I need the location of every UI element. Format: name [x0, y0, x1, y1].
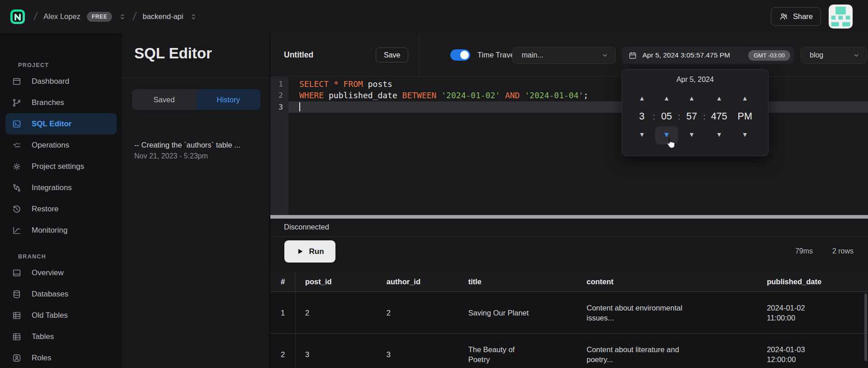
table-cell: Saving Our Planet — [459, 292, 577, 333]
sidebar-item-sql-editor[interactable]: SQL Editor — [5, 113, 117, 134]
org-switcher-chevrons-icon[interactable] — [118, 13, 127, 21]
decrement-millisecond-button[interactable]: ▼ — [707, 127, 732, 143]
sidebar-section-branch: BRANCHOverviewDatabasesOld TablesTablesR… — [0, 241, 121, 368]
sql-text — [520, 90, 525, 101]
sidebar-item-project-settings[interactable]: Project settings — [5, 156, 117, 177]
sql-text: posts — [363, 78, 392, 90]
column-header-author-id: author_id — [377, 272, 459, 292]
sql-keyword: SELECT — [299, 78, 329, 90]
table-header-row: #post_idauthor_idtitlecontentpublished_d… — [270, 272, 868, 292]
decrement-minute-button[interactable]: ▼ — [655, 126, 679, 144]
divider — [122, 78, 269, 78]
sidebar-item-monitoring[interactable]: Monitoring — [5, 220, 117, 241]
table-cell: 2024-01-03 12:00:00 — [757, 334, 868, 368]
branches-icon — [12, 98, 22, 108]
text-caret — [299, 102, 300, 111]
sidebar-item-integrations[interactable]: Integrations — [5, 177, 117, 198]
sidebar-item-label: Roles — [32, 354, 51, 363]
branch-select-value: main... — [522, 51, 543, 59]
sidebar-item-databases[interactable]: Databases — [5, 283, 117, 305]
history-list-item[interactable]: -- Creating the `authors` table ...Nov 2… — [134, 141, 257, 160]
time-column-second: ▲57▼ — [681, 91, 702, 144]
sidebar-section-project: PROJECTDashboardBranchesSQL EditorOperat… — [0, 33, 121, 241]
increment-second-button[interactable]: ▲ — [681, 91, 702, 106]
sidebar-item-label: Tables — [32, 332, 54, 341]
increment-hour-button[interactable]: ▲ — [632, 91, 652, 106]
table-row: 233The Beauty of PoetryContent about lit… — [270, 334, 868, 368]
time-travel-toggle[interactable] — [450, 49, 470, 61]
line-number: 2 — [270, 90, 288, 101]
results-scrollbar[interactable] — [864, 293, 867, 361]
decrement-second-button[interactable]: ▼ — [681, 127, 702, 143]
project-switcher-chevrons-icon[interactable] — [189, 13, 198, 21]
panel-resizer-handle[interactable] — [270, 215, 868, 219]
avatar[interactable] — [829, 5, 853, 29]
breadcrumb-slash: / — [132, 10, 137, 24]
save-button[interactable]: Save — [376, 48, 408, 62]
sidebar-item-label: Dashboard — [32, 77, 69, 86]
neon-logo[interactable] — [8, 7, 28, 27]
table-cell: Content about environmental issues... — [577, 292, 758, 333]
project-name[interactable]: backend-api — [143, 12, 184, 21]
sidebar-item-roles[interactable]: Roles — [5, 347, 117, 368]
tab-saved[interactable]: Saved — [132, 89, 196, 110]
column-header-title: title — [459, 272, 577, 292]
history-query-preview: -- Creating the `authors` table ... — [134, 141, 257, 149]
code-lines: SELECT * FROM postsWHERE published_date … — [288, 77, 868, 215]
sidebar-item-overview[interactable]: Overview — [5, 262, 117, 283]
sql-text: ; — [584, 90, 589, 101]
sidebar-item-restore[interactable]: Restore — [5, 198, 117, 220]
decrement-meridiem-button[interactable]: ▼ — [731, 127, 758, 143]
divider — [122, 121, 269, 121]
tab-history[interactable]: History — [196, 89, 260, 110]
timezone-badge: GMT -03:00 — [748, 50, 790, 61]
sidebar-sections: PROJECTDashboardBranchesSQL EditorOperat… — [0, 33, 121, 368]
sidebar: PROJECTDashboardBranchesSQL EditorOperat… — [0, 33, 122, 368]
output-section: Disconnected Run 79ms 2 rows #post_idaut… — [270, 219, 868, 368]
run-button[interactable]: Run — [284, 240, 335, 263]
breadcrumb: / Alex Lopez FREE / backend-api — [8, 7, 198, 27]
sql-editor-panel: SQL Editor SavedHistory -- Creating the … — [122, 33, 270, 368]
increment-meridiem-button[interactable]: ▲ — [731, 91, 758, 106]
connection-status-row: Disconnected — [270, 219, 868, 237]
sql-code-editor[interactable]: 123 SELECT * FROM postsWHERE published_d… — [270, 77, 868, 215]
decrement-hour-button[interactable]: ▼ — [632, 127, 652, 143]
datetime-picker-button[interactable]: Apr 5, 2024 3:05:57.475 PM GMT -03:00 — [622, 47, 794, 64]
play-icon — [296, 247, 304, 256]
time-travel-label: Time Travel — [477, 33, 516, 77]
sql-string: '2024-01-02' — [441, 90, 500, 101]
history-timestamp: Nov 21, 2023 - 5:23pm — [134, 152, 257, 160]
chevron-down-icon — [852, 51, 860, 59]
org-name[interactable]: Alex Lopez — [43, 12, 80, 21]
sidebar-item-label: Databases — [32, 290, 68, 299]
code-line: SELECT * FROM posts — [288, 78, 868, 90]
increment-minute-button[interactable]: ▲ — [656, 91, 677, 106]
table-cell: The Beauty of Poetry — [459, 334, 577, 368]
overview-icon — [12, 268, 22, 278]
sidebar-item-operations[interactable]: Operations — [5, 134, 117, 156]
sidebar-item-dashboard[interactable]: Dashboard — [5, 71, 117, 92]
database-select[interactable]: blog — [801, 47, 867, 64]
sidebar-item-old-tables[interactable]: Old Tables — [5, 305, 117, 326]
sql-keyword: * — [334, 78, 339, 90]
restore-icon — [12, 204, 22, 214]
sql-text — [500, 90, 505, 101]
sidebar-item-tables[interactable]: Tables — [5, 326, 117, 347]
sql-keyword: AND — [505, 90, 520, 101]
table-cell: 3 — [296, 334, 377, 368]
sidebar-item-branches[interactable]: Branches — [5, 92, 117, 113]
increment-millisecond-button[interactable]: ▲ — [707, 91, 732, 106]
plan-badge: FREE — [87, 12, 112, 22]
sidebar-item-label: Restore — [32, 205, 59, 214]
sql-keyword: WHERE — [299, 90, 324, 101]
database-select-value: blog — [810, 51, 823, 59]
branch-select[interactable]: main... — [512, 47, 616, 64]
share-button[interactable]: Share — [771, 7, 821, 26]
time-separator: : — [702, 91, 707, 111]
time-separator: : — [677, 91, 681, 111]
saved-history-tabs: SavedHistory — [132, 89, 260, 110]
table-cell: Content about literature and poetry... — [577, 334, 758, 368]
results-table: #post_idauthor_idtitlecontentpublished_d… — [270, 272, 868, 368]
run-label: Run — [309, 247, 324, 256]
breadcrumb-slash: / — [33, 10, 38, 24]
